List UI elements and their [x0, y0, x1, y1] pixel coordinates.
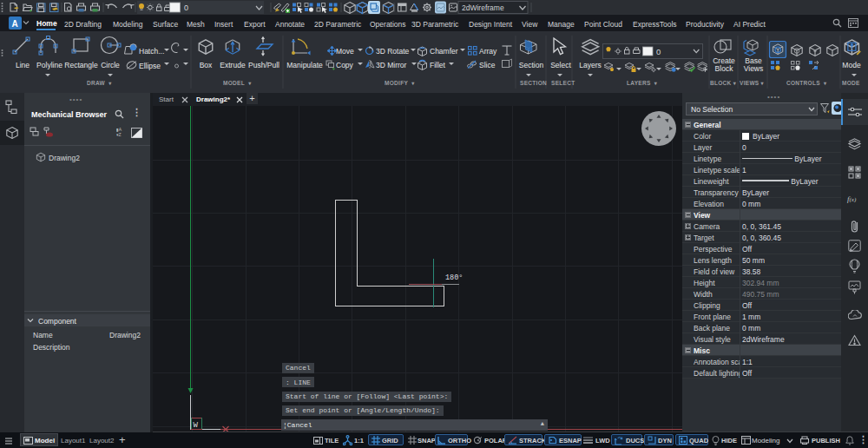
svg-text:▾Z: ▾Z: [116, 132, 122, 137]
svg-text:0: 0: [656, 47, 661, 56]
svg-text:2dWireframe: 2dWireframe: [462, 3, 504, 12]
svg-text:W: W: [194, 421, 199, 430]
svg-text:0: 0: [184, 3, 188, 12]
svg-text:180°: 180°: [445, 273, 463, 282]
svg-text:A: A: [12, 19, 18, 29]
